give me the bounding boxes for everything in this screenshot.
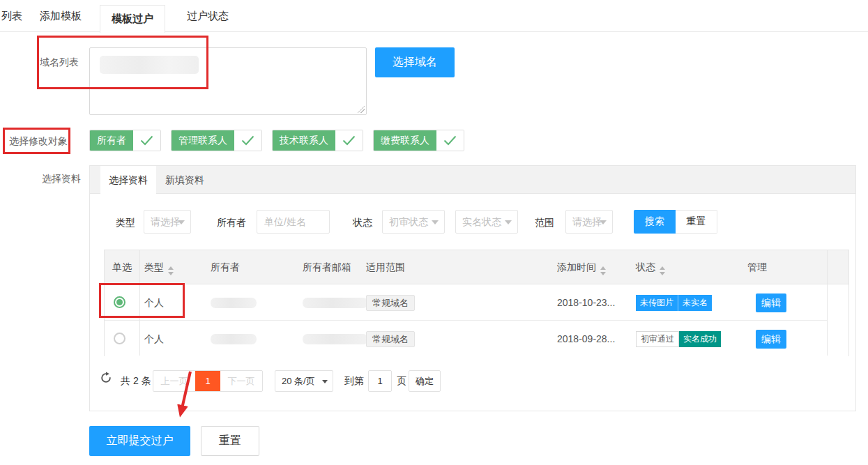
toggle-owner[interactable]: 所有者 (89, 130, 161, 151)
redacted-owner (211, 298, 257, 308)
filter-owner-input[interactable] (257, 210, 330, 234)
column-header-radio: 单选 (105, 250, 139, 284)
toggle-billing-contact[interactable]: 缴费联系人 (373, 130, 464, 151)
submit-transfer-button[interactable]: 立即提交过户 (89, 426, 190, 456)
radio-selected[interactable] (114, 296, 125, 308)
goto-page-prefix: 到第 (344, 375, 364, 388)
chevron-down-icon (322, 380, 328, 383)
column-header-scope: 适用范围 (366, 250, 405, 284)
goto-page-suffix: 页 (397, 375, 406, 388)
domain-list-label: 域名列表 (40, 56, 79, 69)
sort-icon[interactable] (168, 266, 174, 275)
modify-target-label: 选择修改对象 (9, 135, 68, 148)
check-icon (436, 130, 464, 151)
next-page-button[interactable]: 下一页 (220, 371, 262, 391)
tab-transfer-status[interactable]: 过户状态 (187, 0, 229, 32)
cell-added-time: 2018-10-23... (557, 284, 615, 321)
redacted-domain-value (100, 56, 199, 74)
page-size-value: 20 条/页 (282, 376, 315, 386)
cell-added-time: 2018-09-28... (557, 321, 615, 357)
refresh-icon[interactable] (100, 372, 112, 384)
material-panel: 新填资料 选择资料 类型 请选择 所有者 状态 初审状态 实名状态 范围 请选择… (89, 165, 856, 411)
pagination-total: 共 2 条 (121, 375, 151, 388)
chevron-down-icon (178, 220, 185, 224)
column-header-manage: 管理 (747, 250, 767, 284)
cell-type: 个人 (144, 284, 164, 321)
tab-template-list[interactable]: 列表 (1, 0, 22, 32)
goto-confirm-button[interactable]: 确定 (409, 370, 441, 392)
status-badge: 初审通过 (636, 331, 679, 347)
filter-reset-button[interactable]: 重置 (676, 210, 717, 234)
toggle-billing-contact-label: 缴费联系人 (374, 130, 436, 151)
toggle-admin-contact-label: 管理联系人 (172, 130, 234, 151)
table-row: 个人 常规域名 2018-09-28... 初审通过 实名成功 编辑 (105, 321, 848, 357)
column-header-status-label: 状态 (636, 261, 655, 273)
template-transfer-page: 列表 添加模板 过户状态 模板过户 域名列表 选择域名 选择修改对象 所有者 管… (0, 0, 868, 465)
domain-list-textarea[interactable] (89, 47, 367, 115)
material-section-label: 选择资料 (42, 173, 81, 185)
column-divider (139, 250, 140, 356)
search-button[interactable]: 搜索 (634, 210, 676, 234)
page-size-select[interactable]: 20 条/页 (275, 370, 333, 392)
edit-button[interactable]: 编辑 (756, 330, 786, 349)
tab-new-material[interactable]: 新填资料 (156, 166, 213, 194)
redacted-owner (211, 334, 257, 344)
scope-tag: 常规域名 (366, 295, 415, 311)
chevron-down-icon (432, 220, 439, 224)
edit-button[interactable]: 编辑 (756, 294, 786, 312)
radio-unselected[interactable] (114, 333, 125, 344)
column-divider (827, 250, 828, 356)
cell-type: 个人 (144, 321, 164, 357)
chevron-down-icon (505, 220, 512, 224)
check-icon (234, 130, 261, 151)
filter-scope-select[interactable]: 请选择 (565, 210, 613, 234)
filter-type-select-value: 请选择 (151, 216, 180, 227)
redacted-email (303, 298, 368, 308)
column-header-added-time: 添加时间 (557, 250, 606, 284)
filter-type-select[interactable]: 请选择 (144, 210, 191, 234)
filter-scope-select-value: 请选择 (572, 216, 602, 227)
filter-owner-label: 所有者 (217, 217, 246, 229)
tab-select-material-active[interactable]: 选择资料 (100, 166, 156, 195)
status-badges: 初审通过 实名成功 (636, 331, 721, 347)
tab-template-transfer-active[interactable]: 模板过户 (100, 5, 165, 33)
filter-status-label: 状态 (353, 217, 372, 229)
prev-page-button[interactable]: 上一页 (153, 371, 195, 391)
toggle-owner-label: 所有者 (90, 130, 133, 151)
filter-type-label: 类型 (116, 217, 135, 229)
check-icon (133, 130, 160, 151)
material-panel-tabbar: 新填资料 (90, 166, 855, 194)
scope-tag: 常规域名 (366, 331, 415, 347)
resize-handle-icon[interactable] (357, 105, 365, 113)
check-icon (335, 130, 363, 151)
search-button-group: 搜索 重置 (634, 210, 717, 234)
column-header-owner-email: 所有者邮箱 (303, 250, 351, 284)
table-row: 个人 常规域名 2018-10-23... 未传图片 未实名 编辑 (105, 284, 848, 321)
sort-icon[interactable] (660, 266, 665, 275)
column-header-added-time-label: 添加时间 (557, 261, 596, 273)
column-header-type: 类型 (144, 250, 174, 284)
redacted-email (303, 334, 368, 344)
select-domain-button[interactable]: 选择域名 (375, 47, 455, 77)
chevron-down-icon (600, 220, 607, 224)
filter-scope-label: 范围 (535, 217, 554, 229)
status-badges: 未传图片 未实名 (636, 295, 712, 311)
column-header-type-label: 类型 (144, 261, 164, 273)
filter-review-status-value: 初审状态 (389, 216, 428, 227)
current-page-button[interactable]: 1 (195, 371, 220, 391)
filter-realname-status-select[interactable]: 实名状态 (455, 210, 518, 234)
filter-review-status-select[interactable]: 初审状态 (382, 210, 445, 234)
goto-page-input[interactable] (368, 370, 392, 392)
toggle-tech-contact[interactable]: 技术联系人 (272, 130, 363, 151)
material-table: 单选 类型 所有者 所有者邮箱 适用范围 添加时间 状态 管理 个人 (104, 250, 849, 356)
table-header: 单选 类型 所有者 所有者邮箱 适用范围 添加时间 状态 管理 (105, 250, 848, 284)
status-badge: 未传图片 (636, 295, 678, 311)
tab-add-template[interactable]: 添加模板 (40, 0, 82, 32)
column-header-owner: 所有者 (211, 250, 240, 284)
toggle-admin-contact[interactable]: 管理联系人 (171, 130, 262, 151)
contact-target-toggles: 所有者 管理联系人 技术联系人 缴费联系人 (89, 130, 464, 151)
sort-icon[interactable] (600, 266, 606, 275)
form-reset-button[interactable]: 重置 (201, 426, 259, 456)
filter-realname-status-value: 实名状态 (462, 216, 501, 227)
column-header-status: 状态 (636, 250, 665, 284)
